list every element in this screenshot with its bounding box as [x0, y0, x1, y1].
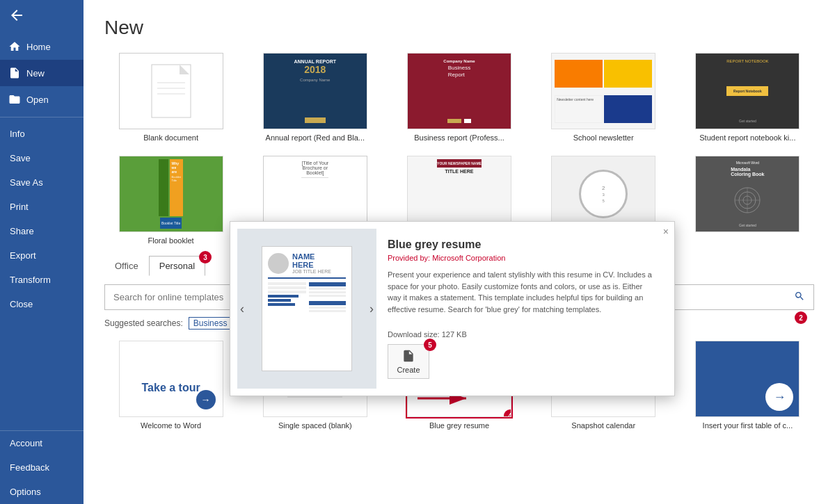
template-blank-thumb — [119, 53, 223, 129]
template-single-label: Single spaced (blank) — [278, 421, 352, 430]
popup-close-button[interactable]: × — [663, 226, 669, 237]
popup-provider-label: Provided by: — [388, 254, 430, 262]
annotation-2: 2 — [795, 311, 807, 324]
template-calendar-label: Snapshot calendar — [571, 421, 635, 430]
suggested-business[interactable]: Business — [189, 317, 232, 330]
sidebar-item-new[interactable]: New — [0, 60, 84, 86]
template-resume-label: Blue grey resume — [429, 421, 489, 430]
sidebar: Home New Open Info Save Save As Print Sh… — [0, 0, 84, 504]
template-student-label: Student report notebook ki... — [699, 133, 795, 142]
search-button[interactable] — [786, 285, 813, 309]
sidebar-home-label: Home — [26, 42, 51, 52]
search-icon — [794, 291, 805, 302]
open-icon — [8, 93, 21, 106]
template-table-label: Insert your first table of c... — [703, 421, 793, 430]
sidebar-item-open[interactable]: Open — [0, 86, 84, 113]
new-icon — [8, 67, 21, 79]
template-business-label: Business report (Profess... — [414, 133, 504, 142]
template-tour-label: Welcome to Word — [141, 421, 201, 430]
home-icon — [8, 40, 21, 53]
template-floral-thumb: Why we are Booklet Title Booklet Title — [119, 156, 223, 232]
sidebar-bottom: Account Feedback Options — [0, 430, 84, 504]
top-template-grid: Blank document ANNUAL REPORT 2018 Compan… — [104, 53, 814, 142]
template-school-newsletter[interactable]: Newsletter content here School newslette… — [537, 53, 670, 142]
sidebar-new-label: New — [26, 68, 45, 79]
sidebar-item-home[interactable]: Home — [0, 33, 84, 60]
tab-office[interactable]: Office — [104, 256, 149, 276]
popup-provider-name: Microsoft Corporation — [432, 254, 505, 262]
popup-next-button[interactable]: › — [369, 302, 374, 316]
popup-title: Blue grey resume — [388, 238, 656, 251]
template-business-thumb: Company Name BusinessReport — [407, 53, 511, 129]
sidebar-item-save[interactable]: Save — [0, 146, 84, 170]
popup-description: Present your experience and talent styli… — [388, 269, 656, 325]
template-take-tour[interactable]: Take a tour → Welcome to Word — [104, 341, 237, 430]
popup-prev-button[interactable]: ‹ — [240, 302, 244, 316]
back-icon — [8, 7, 25, 24]
template-mandala-thumb: Microsoft Word MandalaColoring Book Get … — [695, 156, 800, 232]
template-annual-report[interactable]: ANNUAL REPORT 2018 Company Name Annual r… — [248, 53, 381, 142]
sidebar-item-print[interactable]: Print — [0, 195, 84, 219]
sidebar-item-options[interactable]: Options — [0, 480, 84, 504]
tab-personal-label: Personal — [159, 261, 195, 271]
template-blank-label: Blank document — [143, 133, 198, 142]
template-school-label: School newsletter — [573, 133, 634, 142]
page-title: New — [104, 17, 814, 39]
main-content: New Blank document ANNUAL REPORT 2018 Co… — [84, 0, 835, 504]
template-insert-table[interactable]: → Insert your first table of c... — [681, 341, 814, 430]
back-button[interactable] — [0, 0, 84, 31]
template-tour-thumb: Take a tour → — [119, 341, 223, 417]
popup-info: Blue grey resume Provided by: Microsoft … — [376, 229, 667, 389]
template-school-thumb: Newsletter content here — [551, 53, 655, 129]
template-annual-label: Annual report (Red and Bla... — [266, 133, 365, 142]
template-blank[interactable]: Blank document — [104, 53, 237, 142]
template-annual-thumb: ANNUAL REPORT 2018 Company Name — [263, 53, 367, 129]
template-business-report[interactable]: Company Name BusinessReport Business rep… — [392, 53, 525, 142]
popup-download-label: Download size: — [388, 330, 440, 339]
sidebar-item-export[interactable]: Export — [0, 243, 84, 268]
annotation-4: 4 — [504, 409, 511, 417]
annotation-5: 5 — [424, 339, 436, 351]
template-student-report[interactable]: Report Notebook Report Notebook Get star… — [681, 53, 814, 142]
sidebar-open-label: Open — [26, 95, 49, 105]
sidebar-nav: Home New Open Info Save Save As Print Sh… — [0, 31, 84, 430]
template-table-thumb: → — [695, 341, 800, 417]
suggested-label: Suggested searches: — [104, 318, 183, 328]
template-floral-booklet[interactable]: Why we are Booklet Title Booklet Title F… — [104, 156, 237, 245]
template-mandala[interactable]: Microsoft Word MandalaColoring Book Get … — [681, 156, 814, 245]
sidebar-item-share[interactable]: Share — [0, 219, 84, 243]
sidebar-divider-1 — [0, 117, 84, 117]
popup-preview: ‹ NAMEHERE JOB TITLE HERE — [237, 229, 376, 389]
sidebar-item-save-as[interactable]: Save As — [0, 170, 84, 195]
popup-overlay: × ‹ NAMEHERE JOB TITLE HERE — [230, 221, 675, 396]
popup-size-value: 127 KB — [442, 330, 467, 339]
popup-download-size: Download size: 127 KB — [388, 330, 656, 339]
sidebar-item-feedback[interactable]: Feedback — [0, 455, 84, 480]
popup-provider: Provided by: Microsoft Corporation — [388, 254, 656, 262]
sidebar-item-close[interactable]: Close — [0, 292, 84, 316]
template-floral-label: Floral booklet — [148, 236, 194, 245]
popup-create-button[interactable]: Create — [388, 344, 429, 379]
popup-create-label: Create — [397, 366, 420, 374]
sidebar-item-info[interactable]: Info — [0, 122, 84, 146]
document-icon — [401, 349, 415, 363]
tab-personal[interactable]: Personal 3 — [149, 256, 205, 276]
template-student-thumb: Report Notebook Report Notebook Get star… — [695, 53, 800, 129]
blank-doc-icon — [150, 63, 192, 119]
sidebar-item-transform[interactable]: Transform — [0, 268, 84, 292]
sidebar-item-account[interactable]: Account — [0, 431, 84, 455]
annotation-3: 3 — [199, 251, 212, 263]
